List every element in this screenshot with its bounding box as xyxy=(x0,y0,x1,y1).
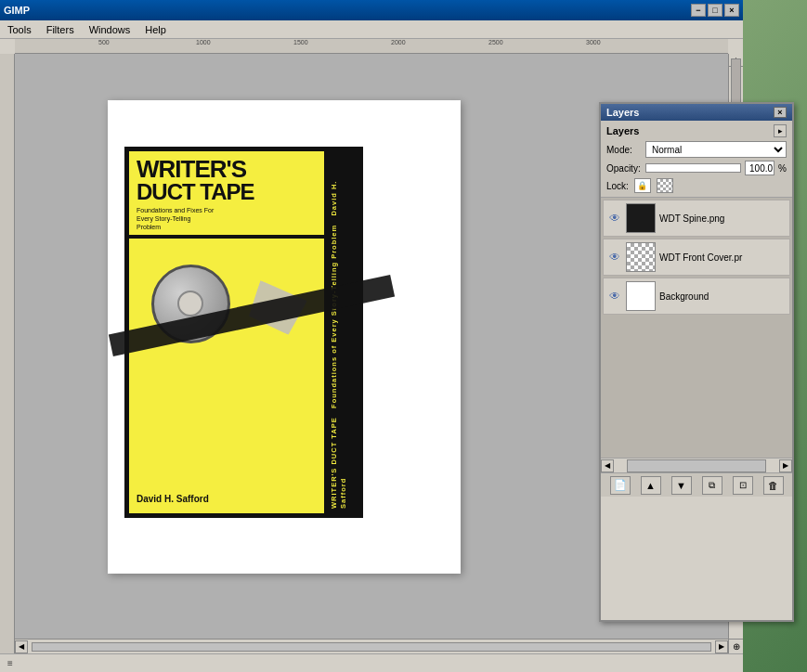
book-spine: WRITER'S DUCT TAPE Foundations of Every … xyxy=(326,147,363,518)
new-layer-group-button[interactable]: 📄 xyxy=(610,476,631,495)
layer-thumb-spine xyxy=(626,203,656,233)
layers-header: Layers ▸ Mode: Normal Opacity: % Lock: 🔒 xyxy=(601,121,792,198)
ruler-horizontal: 500 1000 1500 2000 2500 3000 xyxy=(15,39,728,54)
book-title-line2: DUCT TAPE xyxy=(137,181,317,203)
page-icon: 📄 xyxy=(614,479,627,491)
ruler-tick-1500: 1500 xyxy=(293,39,308,45)
layer-name-background: Background xyxy=(659,291,786,302)
title-bar-controls: − □ × xyxy=(691,4,739,17)
layers-opacity-slider[interactable] xyxy=(645,163,741,173)
layer-visibility-front-cover[interactable]: 👁 xyxy=(607,250,622,265)
up-arrow-icon: ▲ xyxy=(645,480,656,491)
layer-thumb-background xyxy=(626,281,656,311)
book-title-line1: WRITER'S xyxy=(137,157,317,181)
book-title-section: WRITER'S DUCT TAPE Foundations and Fixes… xyxy=(129,151,324,239)
layers-lock-row: Lock: 🔒 xyxy=(606,178,787,193)
layer-name-spine: WDT Spine.png xyxy=(659,213,786,224)
status-bar: ≡ xyxy=(0,653,743,672)
layers-mode-label: Mode: xyxy=(606,145,642,155)
spine-text: WRITER'S DUCT TAPE Foundations of Every … xyxy=(326,147,352,518)
menu-help[interactable]: Help xyxy=(141,22,170,37)
canvas-white: WRITER'S DUCT TAPE Foundations and Fixes… xyxy=(108,100,461,574)
nav-corner[interactable]: ⊕ xyxy=(728,639,743,653)
layers-scroll-thumb[interactable] xyxy=(627,459,766,472)
down-arrow-icon: ▼ xyxy=(676,480,686,491)
duplicate-icon: ⧉ xyxy=(709,480,715,491)
minimize-button[interactable]: − xyxy=(691,4,706,17)
mask-icon: ⊡ xyxy=(739,480,747,490)
move-layer-up-button[interactable]: ▲ xyxy=(641,476,661,495)
layers-list: 👁 WDT Spine.png 👁 WDT Front Cover.pr 👁 B… xyxy=(601,198,792,458)
layers-opacity-label: Opacity: xyxy=(606,163,642,174)
scroll-left-arrow[interactable]: ◀ xyxy=(15,640,28,653)
scroll-right-arrow[interactable]: ▶ xyxy=(715,640,728,653)
move-layer-down-button[interactable]: ▼ xyxy=(671,476,692,495)
window-title: GIMP xyxy=(4,5,30,16)
layers-scrollbar[interactable]: ◀ ▶ xyxy=(601,458,792,472)
layers-section-label: Layers xyxy=(606,125,639,136)
layers-panel-title: Layers xyxy=(606,107,639,118)
ruler-tick-2500: 2500 xyxy=(488,39,503,45)
layer-item-front-cover[interactable]: 👁 WDT Front Cover.pr xyxy=(603,239,790,276)
layers-panel-close-button[interactable]: × xyxy=(774,107,787,118)
lock-label: Lock: xyxy=(606,181,629,191)
layer-thumb-front-cover xyxy=(626,242,656,272)
book-subtitle: Foundations and Fixes ForEvery Story-Tel… xyxy=(137,206,317,231)
layers-opacity-row: Opacity: % xyxy=(606,161,787,175)
lock-checkerboard-button[interactable] xyxy=(657,178,673,193)
layers-section-header: Layers ▸ xyxy=(606,124,787,137)
scroll-thumb-horizontal[interactable] xyxy=(32,642,711,652)
ruler-tick-3000: 3000 xyxy=(586,39,601,45)
layer-visibility-spine[interactable]: 👁 xyxy=(607,211,622,226)
layers-mode-select[interactable]: Normal xyxy=(645,141,787,158)
layers-mode-row: Mode: Normal xyxy=(606,141,787,158)
layers-opacity-value[interactable] xyxy=(745,161,774,175)
layers-toolbar: 📄 ▲ ▼ ⧉ ⊡ 🗑 xyxy=(601,472,792,497)
book-author-name: David H. Safford xyxy=(137,494,317,504)
status-text: ≡ xyxy=(7,658,13,668)
ruler-tick-1000: 1000 xyxy=(196,39,211,45)
layers-scroll-left[interactable]: ◀ xyxy=(601,459,614,472)
ruler-tick-500: 500 xyxy=(98,39,110,45)
lock-transparency-button[interactable]: 🔒 xyxy=(634,178,651,193)
menu-bar: Tools Filters Windows Help xyxy=(0,20,743,39)
ruler-tick-2000: 2000 xyxy=(391,39,406,45)
layer-visibility-background[interactable]: 👁 xyxy=(607,289,622,304)
layer-name-front-cover: WDT Front Cover.pr xyxy=(659,252,786,263)
tape-roll-center xyxy=(177,291,203,317)
menu-filters[interactable]: Filters xyxy=(43,22,78,37)
opacity-percent-sign: % xyxy=(778,163,787,174)
layers-menu-button[interactable]: ▸ xyxy=(774,124,787,137)
duplicate-layer-button[interactable]: ⧉ xyxy=(702,476,722,495)
layer-item-background[interactable]: 👁 Background xyxy=(603,278,790,315)
ruler-vertical xyxy=(0,54,15,653)
layer-item-spine[interactable]: 👁 WDT Spine.png xyxy=(603,200,790,237)
layers-panel: Layers × Layers ▸ Mode: Normal Opacity: … xyxy=(599,102,794,622)
menu-windows[interactable]: Windows xyxy=(85,22,135,37)
menu-tools[interactable]: Tools xyxy=(4,22,35,37)
trash-icon: 🗑 xyxy=(768,480,778,491)
scrollbar-horizontal[interactable]: ◀ ▶ xyxy=(15,639,728,653)
layers-panel-titlebar: Layers × xyxy=(601,104,792,121)
add-mask-button[interactable]: ⊡ xyxy=(733,476,753,495)
layers-scroll-right[interactable]: ▶ xyxy=(779,459,792,472)
close-button[interactable]: × xyxy=(724,4,739,17)
title-bar: GIMP − □ × xyxy=(0,0,743,20)
lock-transparency-icon: 🔒 xyxy=(637,181,647,190)
delete-layer-button[interactable]: 🗑 xyxy=(763,476,784,495)
maximize-button[interactable]: □ xyxy=(708,4,722,17)
